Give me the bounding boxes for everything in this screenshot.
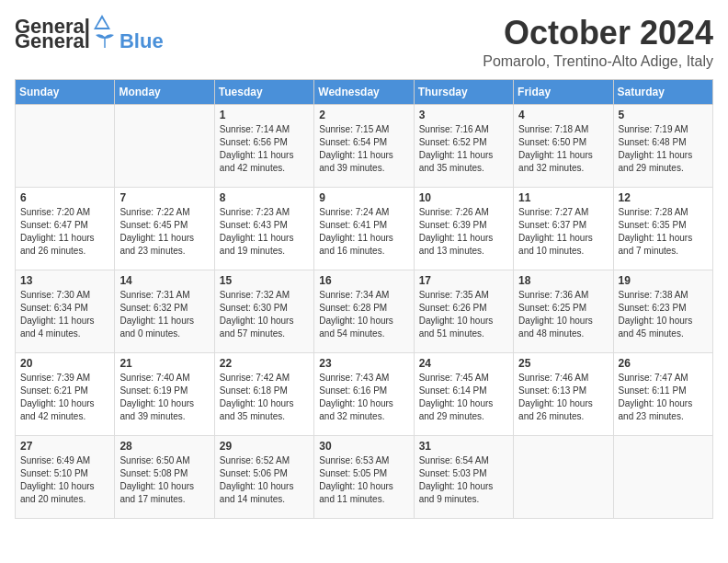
day-info: Sunrise: 7:32 AM Sunset: 6:30 PM Dayligh… [220, 289, 309, 340]
calendar-cell: 28Sunrise: 6:50 AM Sunset: 5:08 PM Dayli… [115, 435, 214, 518]
day-info: Sunrise: 7:20 AM Sunset: 6:47 PM Dayligh… [20, 206, 109, 258]
day-info: Sunrise: 7:18 AM Sunset: 6:50 PM Dayligh… [518, 123, 608, 175]
calendar-week-row: 27Sunrise: 6:49 AM Sunset: 5:10 PM Dayli… [16, 435, 713, 518]
calendar-cell: 21Sunrise: 7:40 AM Sunset: 6:19 PM Dayli… [115, 352, 214, 435]
day-number: 10 [419, 191, 508, 204]
day-number: 19 [619, 274, 708, 287]
location-subtitle: Pomarolo, Trentino-Alto Adige, Italy [483, 53, 713, 70]
day-number: 31 [419, 440, 508, 453]
logo-blue-text: Blue [119, 29, 164, 53]
day-info: Sunrise: 7:15 AM Sunset: 6:54 PM Dayligh… [319, 123, 408, 175]
calendar-cell: 25Sunrise: 7:46 AM Sunset: 6:13 PM Dayli… [514, 352, 613, 435]
calendar-cell: 6Sunrise: 7:20 AM Sunset: 6:47 PM Daylig… [16, 187, 115, 270]
calendar-cell: 14Sunrise: 7:31 AM Sunset: 6:32 PM Dayli… [115, 270, 214, 352]
calendar-cell: 18Sunrise: 7:36 AM Sunset: 6:25 PM Dayli… [514, 270, 613, 352]
calendar-week-row: 1Sunrise: 7:14 AM Sunset: 6:56 PM Daylig… [16, 104, 713, 187]
day-number: 3 [419, 109, 508, 121]
calendar-week-row: 6Sunrise: 7:20 AM Sunset: 6:47 PM Daylig… [16, 187, 713, 270]
calendar-week-row: 20Sunrise: 7:39 AM Sunset: 6:21 PM Dayli… [16, 352, 713, 435]
day-info: Sunrise: 6:50 AM Sunset: 5:08 PM Dayligh… [119, 454, 209, 506]
day-number: 13 [20, 274, 109, 287]
calendar-cell: 13Sunrise: 7:30 AM Sunset: 6:34 PM Dayli… [16, 270, 115, 352]
calendar-cell: 16Sunrise: 7:34 AM Sunset: 6:28 PM Dayli… [314, 270, 414, 352]
day-info: Sunrise: 6:54 AM Sunset: 5:03 PM Dayligh… [419, 454, 508, 506]
day-number: 7 [119, 191, 209, 204]
calendar-header-tuesday: Tuesday [214, 79, 313, 104]
day-number: 1 [220, 109, 309, 121]
calendar-cell: 11Sunrise: 7:27 AM Sunset: 6:37 PM Dayli… [514, 187, 613, 270]
day-number: 25 [518, 357, 608, 370]
day-number: 15 [220, 274, 309, 287]
day-info: Sunrise: 7:34 AM Sunset: 6:28 PM Dayligh… [319, 289, 408, 340]
day-info: Sunrise: 6:53 AM Sunset: 5:05 PM Dayligh… [319, 454, 408, 506]
day-number: 17 [419, 274, 508, 287]
day-number: 26 [619, 357, 708, 370]
day-info: Sunrise: 6:52 AM Sunset: 5:06 PM Dayligh… [220, 454, 309, 506]
day-info: Sunrise: 7:28 AM Sunset: 6:35 PM Dayligh… [619, 206, 708, 258]
calendar-cell: 15Sunrise: 7:32 AM Sunset: 6:30 PM Dayli… [214, 270, 313, 352]
day-number: 9 [319, 191, 408, 204]
day-number: 29 [220, 440, 309, 453]
day-info: Sunrise: 7:47 AM Sunset: 6:11 PM Dayligh… [619, 372, 708, 423]
day-number: 20 [20, 357, 109, 370]
calendar-cell: 9Sunrise: 7:24 AM Sunset: 6:41 PM Daylig… [314, 187, 414, 270]
day-number: 14 [119, 274, 209, 287]
day-number: 12 [619, 191, 708, 204]
day-number: 23 [319, 357, 408, 370]
day-info: Sunrise: 7:27 AM Sunset: 6:37 PM Dayligh… [518, 206, 608, 258]
page-header: General General Blue October 2024 Pomaro… [15, 15, 713, 70]
day-info: Sunrise: 7:45 AM Sunset: 6:14 PM Dayligh… [419, 372, 508, 423]
logo: General General Blue [15, 15, 164, 53]
calendar-week-row: 13Sunrise: 7:30 AM Sunset: 6:34 PM Dayli… [16, 270, 713, 352]
day-info: Sunrise: 7:19 AM Sunset: 6:48 PM Dayligh… [619, 123, 708, 175]
day-number: 18 [518, 274, 608, 287]
calendar-cell: 27Sunrise: 6:49 AM Sunset: 5:10 PM Dayli… [16, 435, 115, 518]
day-info: Sunrise: 7:31 AM Sunset: 6:32 PM Dayligh… [119, 289, 209, 340]
day-info: Sunrise: 7:16 AM Sunset: 6:52 PM Dayligh… [419, 123, 508, 175]
calendar-cell: 22Sunrise: 7:42 AM Sunset: 6:18 PM Dayli… [214, 352, 313, 435]
day-number: 5 [619, 109, 708, 121]
calendar-cell [16, 104, 115, 187]
day-info: Sunrise: 7:22 AM Sunset: 6:45 PM Dayligh… [119, 206, 209, 258]
logo-general-text2: General [15, 29, 90, 53]
calendar-cell: 17Sunrise: 7:35 AM Sunset: 6:26 PM Dayli… [414, 270, 513, 352]
day-info: Sunrise: 7:36 AM Sunset: 6:25 PM Dayligh… [518, 289, 608, 340]
calendar-cell: 20Sunrise: 7:39 AM Sunset: 6:21 PM Dayli… [16, 352, 115, 435]
calendar-cell: 5Sunrise: 7:19 AM Sunset: 6:48 PM Daylig… [613, 104, 712, 187]
calendar-cell: 4Sunrise: 7:18 AM Sunset: 6:50 PM Daylig… [514, 104, 613, 187]
calendar-cell: 26Sunrise: 7:47 AM Sunset: 6:11 PM Dayli… [613, 352, 712, 435]
logo-bird-icon [92, 31, 118, 52]
calendar-cell [613, 435, 712, 518]
day-number: 11 [518, 191, 608, 204]
day-info: Sunrise: 7:40 AM Sunset: 6:19 PM Dayligh… [119, 372, 209, 423]
calendar-header-wednesday: Wednesday [314, 79, 414, 104]
calendar-cell: 12Sunrise: 7:28 AM Sunset: 6:35 PM Dayli… [613, 187, 712, 270]
day-info: Sunrise: 7:24 AM Sunset: 6:41 PM Dayligh… [319, 206, 408, 258]
calendar-cell: 30Sunrise: 6:53 AM Sunset: 5:05 PM Dayli… [314, 435, 414, 518]
day-number: 4 [518, 109, 608, 121]
day-number: 8 [220, 191, 309, 204]
calendar-cell: 3Sunrise: 7:16 AM Sunset: 6:52 PM Daylig… [414, 104, 513, 187]
calendar-header-friday: Friday [514, 79, 613, 104]
calendar-cell [115, 104, 214, 187]
calendar-cell [514, 435, 613, 518]
calendar-cell: 19Sunrise: 7:38 AM Sunset: 6:23 PM Dayli… [613, 270, 712, 352]
calendar-header-thursday: Thursday [414, 79, 513, 104]
day-info: Sunrise: 7:26 AM Sunset: 6:39 PM Dayligh… [419, 206, 508, 258]
day-info: Sunrise: 7:38 AM Sunset: 6:23 PM Dayligh… [619, 289, 708, 340]
calendar-cell: 24Sunrise: 7:45 AM Sunset: 6:14 PM Dayli… [414, 352, 513, 435]
calendar-header-monday: Monday [115, 79, 214, 104]
calendar-cell: 7Sunrise: 7:22 AM Sunset: 6:45 PM Daylig… [115, 187, 214, 270]
calendar-table: SundayMondayTuesdayWednesdayThursdayFrid… [15, 79, 713, 519]
day-info: Sunrise: 7:23 AM Sunset: 6:43 PM Dayligh… [220, 206, 309, 258]
calendar-header-sunday: Sunday [16, 79, 115, 104]
day-number: 30 [319, 440, 408, 453]
day-info: Sunrise: 7:35 AM Sunset: 6:26 PM Dayligh… [419, 289, 508, 340]
day-info: Sunrise: 7:30 AM Sunset: 6:34 PM Dayligh… [20, 289, 109, 340]
day-number: 6 [20, 191, 109, 204]
day-number: 2 [319, 109, 408, 121]
calendar-cell: 29Sunrise: 6:52 AM Sunset: 5:06 PM Dayli… [214, 435, 313, 518]
day-number: 22 [220, 357, 309, 370]
day-number: 16 [319, 274, 408, 287]
calendar-cell: 1Sunrise: 7:14 AM Sunset: 6:56 PM Daylig… [214, 104, 313, 187]
